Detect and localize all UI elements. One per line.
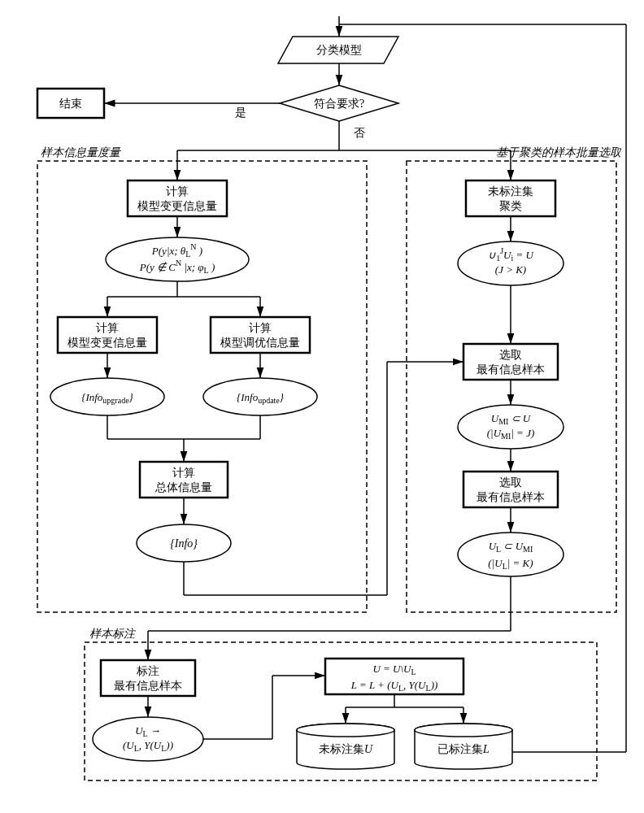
select-2-node: 选取 最有信息样本	[463, 472, 558, 507]
svg-text:最有信息样本: 最有信息样本	[476, 491, 545, 503]
svg-text:UMI ⊂ U: UMI ⊂ U	[491, 412, 532, 426]
end-label: 结束	[59, 98, 82, 110]
info-ellipse: {Info}	[137, 524, 231, 562]
svg-text:(|UMI| = J): (|UMI| = J)	[487, 427, 534, 441]
svg-text:最有信息样本: 最有信息样本	[114, 680, 182, 692]
svg-text:未标注集U: 未标注集U	[319, 743, 373, 755]
cluster-result-ellipse: ∪1JUi = U (J > K)	[458, 241, 564, 285]
right-section-title: 基于聚类的样本批量选取	[496, 146, 622, 159]
model-label: 分类模型	[316, 44, 362, 56]
svg-text:总体信息量: 总体信息量	[154, 481, 212, 493]
svg-point-92	[297, 724, 394, 737]
select-2-result-ellipse: UL ⊂ UMI (|UL| = K)	[458, 533, 564, 576]
svg-text:模型变更信息量: 模型变更信息量	[137, 200, 217, 212]
svg-text:选取: 选取	[499, 349, 522, 361]
svg-text:最有信息样本: 最有信息样本	[476, 363, 545, 376]
svg-point-95	[415, 724, 512, 737]
bottom-section-title: 样本标注	[89, 628, 137, 640]
svg-text:(UL, Y(UL)): (UL, Y(UL))	[123, 739, 173, 753]
no-label: 否	[354, 127, 365, 139]
svg-text:(|UL| = K): (|UL| = K)	[488, 557, 533, 571]
cluster-node: 未标注集 聚类	[466, 180, 555, 216]
decision-node: 符合要求?	[280, 85, 398, 121]
update-sets-node: U = U\UL L = L + (UL, Y(UL))	[325, 659, 463, 694]
annotate-node: 标注 最有信息样本	[101, 660, 195, 696]
svg-text:L = L + (UL, Y(UL)): L = L + (UL, Y(UL))	[350, 679, 438, 693]
unlabeled-cylinder: 未标注集U	[297, 724, 394, 769]
info-upgrade-ellipse: {Infoupgrade}	[50, 378, 164, 415]
select-1-node: 选取 最有信息样本	[463, 344, 558, 380]
calc-change-1-node: 计算 模型变更信息量	[128, 180, 227, 216]
annotate-result-ellipse: UL → (UL, Y(UL))	[93, 717, 203, 761]
svg-text:计算: 计算	[249, 322, 272, 334]
calc-change-2-node: 计算 模型变更信息量	[58, 317, 157, 353]
decision-label: 符合要求?	[314, 98, 364, 110]
svg-text:标注: 标注	[136, 665, 159, 677]
svg-text:{Info}: {Info}	[170, 537, 198, 550]
select-1-result-ellipse: UMI ⊂ U (|UMI| = J)	[458, 405, 564, 449]
classification-model-node: 分类模型	[278, 37, 398, 63]
svg-text:选取: 选取	[499, 476, 522, 489]
prob-ellipse: P(y|x; θLN ) P(y ∉ CN |x; φL )	[106, 237, 249, 281]
end-node: 结束	[37, 89, 104, 118]
svg-text:计算: 计算	[166, 185, 189, 198]
svg-text:未标注集: 未标注集	[488, 185, 533, 198]
calc-total-node: 计算 总体信息量	[140, 462, 228, 498]
left-section-title: 样本信息量度量	[41, 146, 122, 159]
svg-text:计算: 计算	[172, 467, 195, 479]
svg-text:已标注集L: 已标注集L	[437, 743, 490, 755]
svg-text:模型调优信息量: 模型调优信息量	[220, 337, 300, 349]
svg-text:UL →: UL →	[135, 724, 161, 738]
svg-text:计算: 计算	[96, 322, 119, 334]
svg-text:(J > K): (J > K)	[495, 263, 526, 276]
svg-text:模型变更信息量: 模型变更信息量	[67, 337, 147, 349]
svg-text:U = U\UL: U = U\UL	[372, 663, 416, 676]
calc-tune-node: 计算 模型调优信息量	[211, 317, 310, 353]
yes-label: 是	[235, 107, 246, 119]
svg-text:聚类: 聚类	[499, 200, 522, 212]
info-update-ellipse: {Infoupdate}	[203, 378, 317, 415]
labeled-cylinder: 已标注集L	[415, 724, 512, 769]
